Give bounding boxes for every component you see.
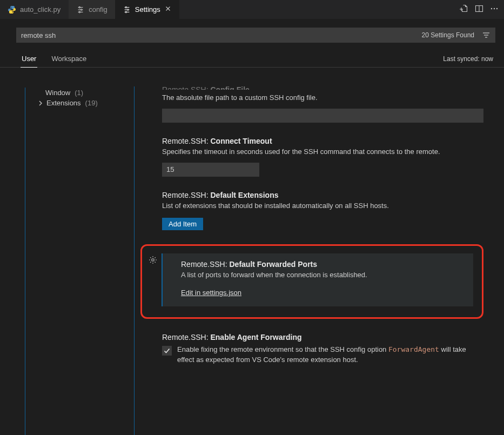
tree-count: (19) — [85, 99, 98, 107]
chevron-right-icon — [37, 99, 44, 107]
more-icon[interactable] — [490, 4, 499, 15]
setting-desc: A list of ports to forward when the conn… — [181, 270, 463, 280]
scope-user[interactable]: User — [21, 52, 37, 68]
setting-name: Config File — [210, 85, 249, 90]
settings-icon — [123, 5, 131, 14]
split-editor-icon[interactable] — [475, 4, 483, 15]
svg-point-3 — [79, 6, 80, 8]
sync-status: Last synced: now — [443, 55, 495, 67]
tree-label: Window — [45, 89, 70, 97]
add-item-button[interactable]: Add Item — [162, 218, 203, 230]
setting-name: Enable Agent Forwarding — [210, 333, 301, 342]
setting-name: Default Forwarded Ports — [229, 260, 317, 269]
svg-point-4 — [81, 9, 82, 10]
svg-point-15 — [494, 8, 495, 9]
tab-label: config — [89, 5, 107, 14]
setting-category: Remote.SSH: — [181, 260, 227, 269]
tree-label: Extensions — [46, 99, 81, 107]
setting-default-forwarded-ports[interactable]: Remote.SSH: Default Forwarded Ports A li… — [162, 253, 473, 307]
setting-enable-agent-forwarding: Remote.SSH: Enable Agent Forwarding Enab… — [134, 326, 499, 373]
svg-point-9 — [125, 6, 126, 8]
setting-name: Connect Timeout — [210, 137, 272, 145]
gear-icon[interactable] — [149, 256, 157, 266]
setting-category: Remote.SSH: — [162, 191, 209, 199]
results-count: 20 Settings Found — [419, 31, 478, 39]
svg-point-10 — [127, 9, 128, 10]
code-forwardagent: ForwardAgent — [388, 345, 439, 353]
tab-actions — [454, 4, 504, 15]
setting-category: Remote.SSH: — [162, 333, 209, 342]
tree-item-extensions[interactable]: Extensions (19) — [26, 98, 134, 108]
highlight-annotation: Remote.SSH: Default Forwarded Ports A li… — [140, 244, 483, 319]
new-file-icon[interactable] — [460, 4, 468, 15]
tree-count: (1) — [75, 89, 83, 97]
settings-tree: Window (1) Extensions (19) — [0, 81, 134, 435]
filter-icon[interactable] — [478, 28, 495, 42]
setting-desc: Enable fixing the remote environment so … — [177, 345, 483, 365]
svg-point-16 — [496, 8, 498, 9]
setting-default-extensions: Remote.SSH: Default Extensions List of e… — [134, 184, 499, 238]
setting-name: Default Extensions — [210, 191, 278, 199]
scope-tabs: User Workspace Last synced: now — [0, 43, 504, 68]
tab-settings[interactable]: Settings — [115, 0, 179, 19]
svg-point-11 — [125, 11, 126, 12]
setting-desc: Specifies the timeout in seconds used fo… — [162, 147, 483, 157]
svg-point-14 — [491, 8, 492, 9]
tab-label: Settings — [135, 5, 160, 14]
setting-desc: List of extensions that should be instal… — [162, 201, 483, 211]
python-icon — [8, 5, 16, 14]
svg-point-20 — [152, 258, 154, 260]
settings-content: Remote.SSH: Config File The absolute fil… — [134, 81, 504, 435]
tab-label: auto_click.py — [20, 5, 61, 14]
settings-search: 20 Settings Found — [0, 19, 504, 43]
editor-tabs: auto_click.py config Settings — [0, 0, 504, 19]
connect-timeout-input[interactable] — [162, 163, 259, 177]
tree-item-window[interactable]: Window (1) — [26, 88, 134, 98]
svg-point-5 — [79, 11, 80, 12]
setting-config-file: Remote.SSH: Config File The absolute fil… — [134, 85, 499, 130]
close-icon[interactable] — [164, 5, 172, 14]
setting-connect-timeout: Remote.SSH: Connect Timeout Specifies th… — [134, 130, 499, 184]
config-file-input[interactable] — [162, 109, 483, 123]
edit-in-settings-json[interactable]: Edit in settings.json — [181, 289, 241, 297]
settings-icon — [76, 5, 85, 14]
setting-category: Remote.SSH: — [162, 85, 209, 90]
scope-workspace[interactable]: Workspace — [50, 52, 88, 67]
search-input[interactable] — [17, 28, 419, 42]
tab-config[interactable]: config — [69, 0, 115, 19]
tab-auto-click[interactable]: auto_click.py — [0, 0, 69, 19]
agent-forwarding-checkbox[interactable] — [162, 346, 172, 356]
setting-category: Remote.SSH: — [162, 137, 209, 145]
setting-desc: The absolute file path to a custom SSH c… — [162, 93, 483, 103]
